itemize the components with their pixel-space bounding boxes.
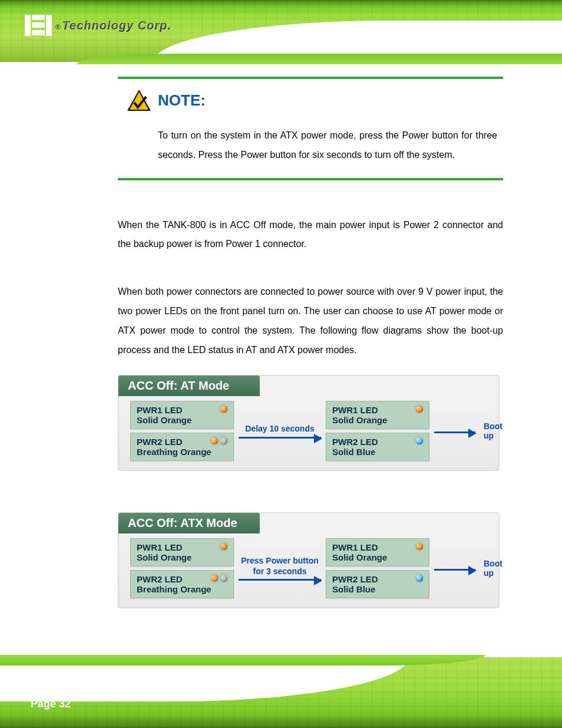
header-swoosh-accent (77, 54, 562, 64)
at-boot-label: Boot up (484, 421, 503, 440)
arrow-right-icon (434, 569, 475, 571)
atx-arrow-boot (434, 566, 475, 571)
diagram-at-mode: ACC Off: AT Mode PWR1 LED Solid Orange P… (118, 375, 503, 471)
led-state: Breathing Orange (137, 447, 227, 457)
led-name: PWR2 LED (332, 437, 423, 447)
iei-logo-icon (25, 15, 52, 36)
atx-arrow-press: Press Power button for 3 seconds (239, 556, 321, 581)
led-state: Solid Orange (137, 415, 227, 425)
note-callout: NOTE: To turn on the system in the ATX p… (118, 77, 503, 180)
atx-state1-led2: PWR2 LED Breathing Orange (130, 570, 234, 598)
led-state: Solid Orange (332, 415, 423, 425)
at-state2-led1: PWR1 LED Solid Orange (326, 401, 429, 429)
arrow-label: Delay 10 seconds (245, 424, 315, 434)
led-state: Solid Orange (137, 552, 227, 562)
note-label: NOTE: (158, 91, 206, 110)
led-name: PWR2 LED (332, 574, 423, 584)
arrow-right-icon (239, 437, 321, 439)
diagram-atx-mode: ACC Off: ATX Mode PWR1 LED Solid Orange … (118, 512, 503, 608)
led-state: Solid Blue (332, 447, 423, 457)
page-content: NOTE: To turn on the system in the ATX p… (0, 62, 562, 608)
arrow-right-icon (239, 579, 321, 581)
at-arrow-boot (434, 429, 475, 433)
paragraph-2: When both power connectors are connected… (118, 282, 503, 360)
note-icon (126, 88, 152, 112)
at-state2-led2: PWR2 LED Solid Blue (326, 433, 429, 461)
arrow-label: Press Power button for 3 seconds (241, 556, 318, 577)
brand-logo: ®Technology Corp. (25, 15, 171, 36)
atx-state-2: PWR1 LED Solid Orange PWR2 LED Solid Blu… (326, 538, 429, 598)
led-name: PWR1 LED (332, 542, 423, 552)
note-text: To turn on the system in the ATX power m… (118, 116, 503, 165)
footer-swoosh-accent (0, 655, 485, 666)
led-name: PWR1 LED (332, 405, 423, 415)
header-banner: ®Technology Corp. TANK-800 (0, 0, 562, 62)
diagram-at-title: ACC Off: AT Mode (118, 375, 260, 396)
footer-banner: Page 32 (0, 657, 562, 728)
diagram-atx-title: ACC Off: ATX Mode (118, 513, 260, 533)
led-name: PWR1 LED (137, 405, 227, 415)
at-arrow-delay: Delay 10 seconds (239, 424, 321, 439)
paragraph-1: When the TANK-800 is in ACC Off mode, th… (118, 216, 503, 255)
led-name: PWR1 LED (137, 542, 227, 552)
at-state1-led1: PWR1 LED Solid Orange (130, 401, 234, 429)
led-state: Breathing Orange (137, 584, 227, 594)
atx-state-1: PWR1 LED Solid Orange PWR2 LED Breathing… (130, 538, 234, 598)
at-state1-led2: PWR2 LED Breathing Orange (130, 433, 234, 461)
arrow-right-icon (434, 431, 475, 433)
at-state-2: PWR1 LED Solid Orange PWR2 LED Solid Blu… (326, 401, 429, 461)
atx-state2-led1: PWR1 LED Solid Orange (326, 538, 429, 566)
page-number: Page 32 (31, 698, 71, 710)
led-state: Solid Orange (332, 552, 423, 562)
brand-text: ®Technology Corp. (55, 19, 171, 32)
led-state: Solid Blue (332, 584, 423, 594)
atx-state2-led2: PWR2 LED Solid Blue (326, 570, 429, 598)
atx-state1-led1: PWR1 LED Solid Orange (130, 538, 234, 566)
atx-boot-label: Boot up (484, 559, 503, 578)
at-state-1: PWR1 LED Solid Orange PWR2 LED Breathing… (130, 401, 234, 461)
